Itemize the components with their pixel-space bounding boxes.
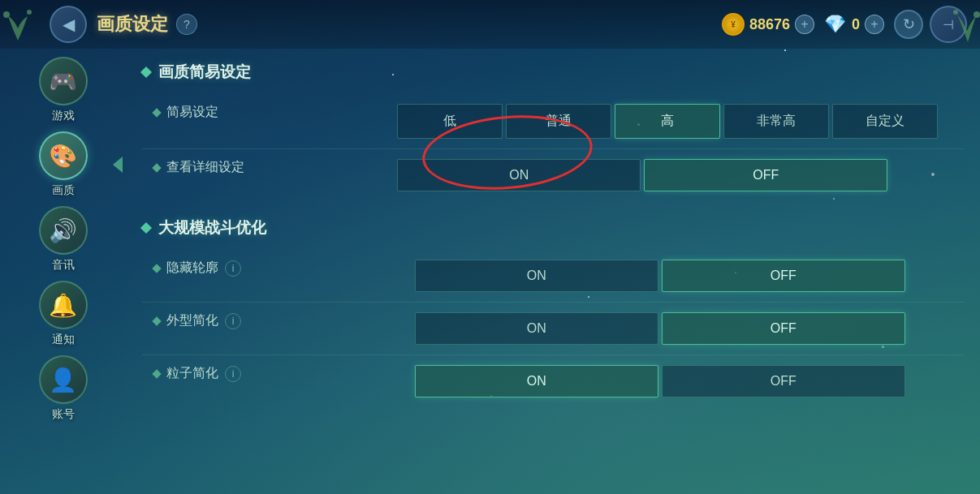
back-button[interactable]: ◀ [50, 6, 87, 43]
model-off-button[interactable]: OFF [662, 312, 905, 345]
label-simplify-particle: 粒子简化 i [142, 355, 386, 392]
options-simplify-particle: ON OFF [415, 355, 964, 408]
option-low[interactable]: 低 [397, 104, 503, 139]
model-on-button[interactable]: ON [415, 312, 658, 345]
options-hide-outline: ON OFF [415, 250, 964, 303]
row-diamond [152, 264, 161, 273]
header: ◀ 画质设定 ? ¥ 88676 + 💎 0 + ↻ ⊣ [0, 0, 980, 49]
sidebar-label-audio: 音讯 [52, 258, 75, 273]
exit-button[interactable]: ⊣ [930, 6, 967, 43]
coin-value: 88676 [749, 16, 790, 33]
coin-add-button[interactable]: + [795, 15, 814, 34]
notify-icon: 🔔 [39, 281, 88, 329]
sidebar-item-account[interactable]: 👤 账号 [19, 355, 108, 422]
section2-header: 大规模战斗优化 [142, 217, 964, 238]
plus-icon: + [801, 17, 808, 32]
row-diamond [152, 316, 161, 325]
gem-icon: 💎 [824, 13, 847, 36]
particle-on-button[interactable]: ON [415, 365, 658, 397]
outline-on-button[interactable]: ON [415, 260, 658, 292]
refresh-icon: ↻ [903, 15, 915, 33]
options-detail-settings: ON OFF [397, 149, 964, 202]
sidebar-label-notify: 通知 [52, 333, 75, 347]
info-icon-particle[interactable]: i [225, 366, 241, 382]
option-very-high[interactable]: 非常高 [723, 104, 829, 139]
section1-table: 简易设定 低 普通 高 非常高 自定义 查看详细设定 ON [142, 94, 964, 201]
toggle-group: ON OFF [397, 159, 964, 191]
svg-point-1 [27, 10, 32, 15]
options-simplify-model: ON OFF [415, 303, 964, 355]
sidebar-item-notify[interactable]: 🔔 通知 [19, 281, 108, 347]
info-icon-outline[interactable]: i [225, 260, 241, 277]
audio-icon: 🔊 [39, 206, 88, 255]
label-simple-settings: 简易设定 [142, 94, 386, 131]
section2-table: 隐藏轮廓 i ON OFF 外型简化 i ON OFF [142, 250, 964, 407]
help-icon: ? [183, 18, 190, 31]
options-simple-settings: 低 普通 高 非常高 自定义 [397, 94, 964, 149]
options-group: 低 普通 高 非常高 自定义 [397, 104, 964, 139]
sidebar-item-graphics[interactable]: 🎨 画质 [19, 131, 108, 198]
sidebar: 🎮 游戏 🎨 画质 🔊 音讯 🔔 通知 👤 账号 [0, 49, 126, 494]
coin-section: ¥ 88676 + [722, 13, 814, 36]
sidebar-label-account: 账号 [52, 407, 75, 422]
table-row: 简易设定 低 普通 高 非常高 自定义 [142, 94, 964, 149]
particle-off-button[interactable]: OFF [662, 365, 905, 397]
section1-header: 画质简易设定 [142, 62, 964, 83]
gem-value: 0 [852, 16, 860, 33]
account-icon: 👤 [39, 355, 88, 404]
label-hide-outline: 隐藏轮廓 i [142, 250, 386, 286]
page-title: 画质设定 [97, 12, 168, 37]
info-icon-model[interactable]: i [225, 313, 241, 329]
detail-off-button[interactable]: OFF [644, 159, 887, 191]
gem-add-button[interactable]: + [865, 15, 884, 34]
section2-diamond [140, 222, 152, 234]
svg-point-2 [974, 11, 980, 18]
help-button[interactable]: ? [176, 14, 197, 35]
game-icon: 🎮 [39, 57, 88, 105]
row-diamond [152, 369, 161, 378]
table-row: 查看详细设定 ON OFF [142, 149, 964, 202]
back-icon: ◀ [63, 15, 75, 34]
section1-diamond [140, 67, 152, 78]
exit-icon: ⊣ [943, 17, 954, 32]
table-row: 隐藏轮廓 i ON OFF [142, 250, 964, 303]
outline-off-button[interactable]: OFF [662, 260, 905, 292]
svg-point-0 [3, 11, 10, 18]
option-normal[interactable]: 普通 [506, 104, 611, 139]
row-diamond [152, 163, 161, 172]
sidebar-label-game: 游戏 [52, 109, 75, 123]
toggle-group-outline: ON OFF [415, 260, 964, 292]
plus-icon-gem: + [870, 17, 878, 32]
sidebar-item-audio[interactable]: 🔊 音讯 [19, 206, 108, 273]
detail-on-button[interactable]: ON [397, 159, 641, 191]
graphics-icon: 🎨 [39, 131, 88, 180]
option-custom[interactable]: 自定义 [832, 104, 938, 139]
toggle-group-particle: ON OFF [415, 365, 964, 397]
sidebar-item-game[interactable]: 🎮 游戏 [19, 57, 108, 123]
active-indicator [113, 157, 123, 173]
option-high[interactable]: 高 [615, 104, 720, 139]
section2-title: 大规模战斗优化 [158, 217, 266, 238]
label-simplify-model: 外型简化 i [142, 303, 386, 339]
row-diamond [152, 108, 161, 117]
table-row: 粒子简化 i ON OFF [142, 355, 964, 408]
refresh-button[interactable]: ↻ [894, 10, 923, 39]
toggle-group-model: ON OFF [415, 312, 964, 345]
sidebar-label-graphics: 画质 [52, 183, 75, 198]
coin-icon: ¥ [722, 13, 745, 36]
label-detail-settings: 查看详细设定 [142, 149, 386, 186]
table-row: 外型简化 i ON OFF [142, 303, 964, 355]
section1-title: 画质简易设定 [158, 62, 251, 83]
gem-section: 💎 0 + [824, 13, 884, 36]
main-content: 画质简易设定 简易设定 低 普通 高 非常高 自定义 查看详 [126, 49, 980, 494]
